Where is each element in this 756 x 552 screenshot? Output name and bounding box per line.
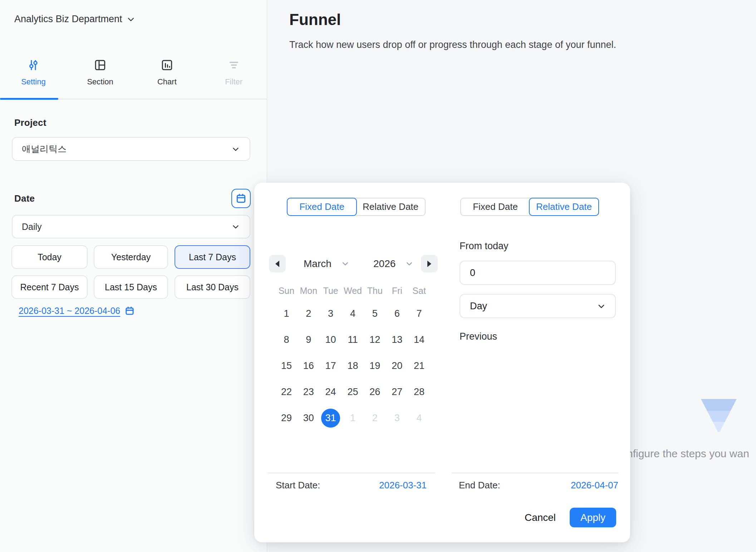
day-cell[interactable]: 27	[388, 383, 407, 401]
apply-button[interactable]: Apply	[570, 508, 616, 527]
day-cell[interactable]: 10	[321, 330, 340, 349]
weekday-header-row: SunMonTueWedThuFriSat	[275, 286, 430, 296]
next-month-button[interactable]	[421, 255, 438, 272]
granularity-select[interactable]: Daily	[12, 215, 250, 238]
day-cell[interactable]: 16	[299, 356, 318, 375]
arrow-left-icon	[275, 261, 279, 267]
day-cell[interactable]: 4	[410, 409, 429, 428]
open-date-picker-button[interactable]	[231, 189, 251, 208]
day-cell[interactable]: 2	[365, 409, 384, 428]
day-cell[interactable]: 28	[410, 383, 429, 401]
funnel-illustration-icon	[700, 399, 737, 435]
granularity-value: Daily	[22, 222, 42, 232]
year-value: 2026	[373, 258, 396, 270]
project-select[interactable]: 애널리틱스	[12, 137, 250, 161]
preset-last-30-days-button[interactable]: Last 30 Days	[175, 275, 250, 299]
offset-value: 0	[470, 267, 475, 279]
prev-month-button[interactable]	[269, 255, 286, 272]
end-fixed-date-tab[interactable]: Fixed Date	[461, 198, 530, 215]
day-cell[interactable]: 22	[277, 383, 296, 401]
end-date-label: End Date:	[459, 480, 500, 491]
day-cell[interactable]: 29	[277, 409, 296, 428]
day-cell[interactable]: 20	[388, 356, 407, 375]
day-cell[interactable]: 3	[321, 304, 340, 323]
day-cell[interactable]: 19	[365, 356, 384, 375]
preset-last-7-days-button[interactable]: Last 7 Days	[175, 245, 250, 269]
day-cell[interactable]: 14	[410, 330, 429, 349]
filter-icon	[227, 59, 240, 72]
workspace-switcher[interactable]: Analytics Biz Department	[14, 14, 135, 25]
start-fixed-date-tab[interactable]: Fixed Date	[287, 198, 357, 216]
weekday-label: Thu	[367, 286, 383, 296]
day-cell[interactable]: 12	[365, 330, 384, 349]
cancel-button[interactable]: Cancel	[520, 508, 561, 527]
preset-recent-7-days-button[interactable]: Recent 7 Days	[11, 275, 88, 299]
day-cell[interactable]: 9	[299, 330, 318, 349]
chevron-down-icon	[231, 222, 240, 231]
tab-section[interactable]: Section	[67, 53, 134, 100]
day-cell[interactable]: 13	[388, 330, 407, 349]
from-today-label: From today	[460, 241, 509, 252]
date-picker-dialog: Fixed Date Relative Date Fixed Date Rela…	[254, 183, 630, 542]
day-cell[interactable]: 3	[388, 409, 407, 428]
date-label: Date	[14, 193, 35, 204]
end-relative-date-tab[interactable]: Relative Date	[529, 198, 599, 216]
preset-yesterday-button[interactable]: Yesterday	[94, 245, 168, 269]
day-cell[interactable]: 15	[277, 356, 296, 375]
bar-chart-icon	[161, 59, 173, 72]
day-cell[interactable]: 17	[321, 356, 340, 375]
app-window: Analytics Biz Department Setting	[0, 0, 756, 552]
day-cell[interactable]: 2	[299, 304, 318, 323]
chevron-down-icon	[405, 259, 414, 268]
date-range-link[interactable]: 2026-03-31 ~ 2026-04-06	[19, 306, 120, 316]
weekday-label: Sun	[279, 286, 294, 296]
day-cell[interactable]: 30	[299, 409, 318, 428]
day-cell[interactable]: 5	[365, 304, 384, 323]
day-cell[interactable]: 1	[277, 304, 296, 323]
active-tab-indicator	[0, 98, 58, 100]
start-date-value: 2026-03-31	[379, 480, 427, 491]
day-cell[interactable]: 6	[388, 304, 407, 323]
tab-setting-label: Setting	[21, 77, 46, 87]
start-relative-date-tab[interactable]: Relative Date	[356, 198, 425, 215]
preset-today-button[interactable]: Today	[11, 245, 88, 269]
layout-icon	[94, 59, 107, 72]
day-cell[interactable]: 1	[343, 409, 362, 428]
day-cell[interactable]: 11	[343, 330, 362, 349]
settings-sidebar: Analytics Biz Department Setting	[0, 0, 267, 552]
tab-filter[interactable]: Filter	[200, 53, 267, 100]
end-date-value: 2026-04-07	[571, 480, 618, 491]
month-select[interactable]: March	[304, 255, 350, 272]
start-date-label: Start Date:	[276, 480, 320, 491]
offset-input[interactable]: 0	[460, 261, 616, 285]
day-cell[interactable]: 25	[343, 383, 362, 401]
sidebar-tab-bar: Setting Section Chart	[0, 53, 267, 100]
tab-chart-label: Chart	[157, 77, 177, 87]
year-select[interactable]: 2026	[373, 255, 414, 272]
date-range-row: 2026-03-31 ~ 2026-04-06	[19, 306, 135, 316]
tab-chart[interactable]: Chart	[134, 53, 201, 100]
chevron-down-icon	[597, 301, 606, 311]
day-cell[interactable]: 18	[343, 356, 362, 375]
preset-last-15-days-button[interactable]: Last 15 Days	[94, 275, 168, 299]
tab-setting[interactable]: Setting	[0, 53, 67, 100]
empty-state-hint-text: nfigure the steps you wan	[627, 448, 749, 460]
day-cell[interactable]: 8	[277, 330, 296, 349]
day-cell[interactable]: 26	[365, 383, 384, 401]
chevron-down-icon	[341, 259, 350, 268]
project-label: Project	[14, 117, 46, 128]
day-cell-selected[interactable]: 31	[321, 409, 340, 428]
tab-filter-label: Filter	[225, 77, 242, 87]
start-date-mode-toggle: Fixed Date Relative Date	[287, 198, 426, 216]
unit-select[interactable]: Day	[460, 294, 616, 318]
day-cell[interactable]: 7	[410, 304, 429, 323]
day-cell[interactable]: 23	[299, 383, 318, 401]
calendar-icon[interactable]	[124, 306, 135, 316]
project-select-value: 애널리틱스	[22, 143, 67, 155]
weekday-label: Wed	[344, 286, 362, 296]
day-cell[interactable]: 21	[410, 356, 429, 375]
day-cell[interactable]: 24	[321, 383, 340, 401]
end-date-mode-toggle: Fixed Date Relative Date	[460, 198, 599, 216]
day-cell[interactable]: 4	[343, 304, 362, 323]
month-value: March	[304, 258, 332, 270]
